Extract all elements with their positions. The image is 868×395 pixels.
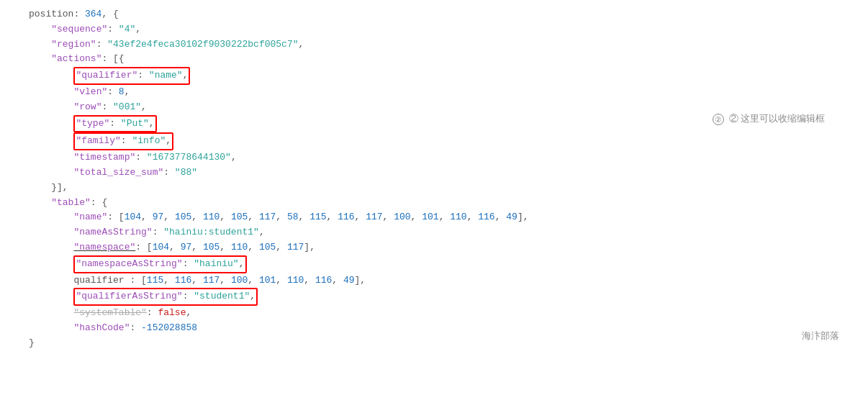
code-line: "nameAsString": "hainiu:student1", bbox=[29, 225, 854, 240]
code-line: "qualifierAsString": "student1", bbox=[29, 288, 854, 306]
code-line: "name": [104, 97, 105, 110, 105, 117, 58… bbox=[29, 210, 854, 225]
code-line: position: 364, { bbox=[29, 7, 854, 22]
code-line: qualifier : [115, 116, 117, 100, 101, 11… bbox=[29, 273, 854, 289]
highlight-namespace-string: "namespaceAsString": "hainiu", bbox=[73, 255, 246, 273]
code-line: "hashCode": -152028858 bbox=[29, 321, 854, 336]
code-line: "namespace": [104, 97, 105, 110, 105, 11… bbox=[29, 240, 854, 255]
code-line: "family": "info", bbox=[29, 132, 854, 150]
highlight-family: "family": "info", bbox=[73, 132, 173, 150]
code-line: "namespaceAsString": "hainiu", bbox=[29, 255, 854, 273]
code-line: "region": "43ef2e4feca30102f9030222bcf00… bbox=[29, 37, 854, 53]
code-line: "systemTable": false, bbox=[29, 306, 854, 321]
highlight-type: "type": "Put", bbox=[73, 115, 156, 133]
annotation-collapse: ② ② 这里可以收缩编辑框 bbox=[713, 112, 826, 127]
code-line: "total_size_sum": "88" bbox=[29, 165, 854, 181]
code-line: "qualifier": "name", bbox=[29, 67, 854, 85]
code-block: position: 364, { "sequence": "4", "regio… bbox=[0, 0, 868, 358]
code-line: } bbox=[29, 336, 854, 351]
code-line: }], bbox=[29, 181, 854, 196]
code-line: "sequence": "4", bbox=[29, 22, 854, 37]
code-line: "vlen": 8, bbox=[29, 85, 854, 100]
highlight-qualifier-string: "qualifierAsString": "student1", bbox=[73, 288, 258, 306]
code-line: "table": { bbox=[29, 196, 854, 211]
highlight-qualifier: "qualifier": "name", bbox=[73, 67, 190, 85]
annotation-watermark: 海汴部落 bbox=[802, 329, 839, 344]
code-line: "timestamp": "1673778644130", bbox=[29, 150, 854, 165]
code-line: "actions": [{ bbox=[29, 52, 854, 67]
